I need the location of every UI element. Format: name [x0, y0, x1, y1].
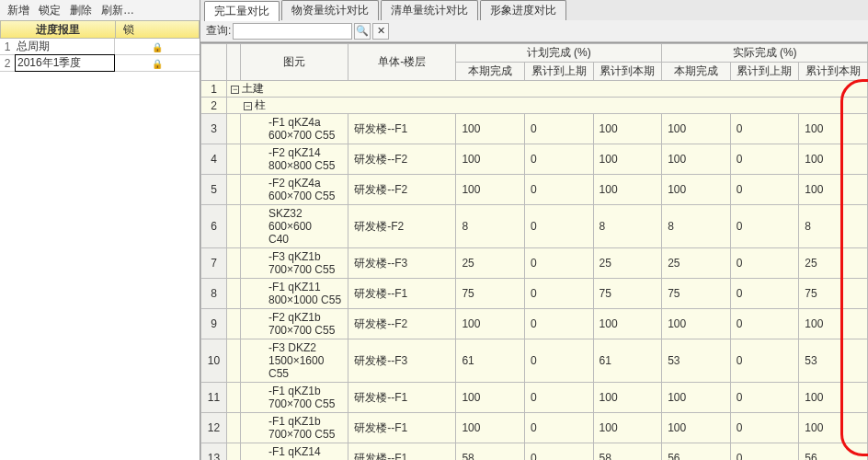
- element-cell: -F2 qKZ14800×800 C55: [240, 144, 348, 175]
- actual-current: 100: [662, 413, 731, 443]
- table-row[interactable]: 5-F2 qKZ4a600×700 C55研发楼--F2100010010001…: [201, 175, 868, 205]
- element-cell: -F1 qKZ1b700×700 C55: [240, 383, 348, 413]
- data-grid[interactable]: 图元 单体-楼层 计划完成 (%) 实际完成 (%) 本期完成 累计到上期 累计…: [200, 42, 868, 460]
- plan-current: 100: [456, 383, 525, 413]
- actual-current: 100: [662, 175, 731, 205]
- plan-total: 100: [593, 309, 662, 339]
- new-button[interactable]: 新增: [4, 3, 33, 18]
- row-index: 2: [0, 57, 15, 70]
- left-header-name: 进度报里: [1, 21, 116, 38]
- row-index: 1: [0, 40, 15, 53]
- row-num: 4: [201, 144, 227, 175]
- actual-current: 75: [662, 279, 731, 309]
- search-label: 查询:: [206, 23, 231, 39]
- plan-prev: 0: [524, 383, 593, 413]
- floor-cell: 研发楼--F1: [348, 443, 456, 461]
- row-name: 2016年1季度: [15, 54, 115, 72]
- blank-cell: [227, 413, 241, 443]
- table-row[interactable]: 9-F2 qKZ1b700×700 C55研发楼--F2100010010001…: [201, 309, 868, 339]
- element-cell: -F1 qKZ14800×800 C55: [240, 443, 348, 461]
- floor-cell: 研发楼--F1: [348, 413, 456, 443]
- refresh-button[interactable]: 刷新…: [97, 3, 138, 18]
- row-num: 1: [201, 81, 227, 98]
- row-num: 3: [201, 114, 227, 144]
- tab[interactable]: 物资量统计对比: [281, 0, 379, 20]
- tab[interactable]: 形象进度对比: [480, 0, 566, 20]
- delete-button[interactable]: 删除: [66, 3, 96, 18]
- group-row[interactable]: 2−柱: [201, 98, 868, 114]
- lock-icon: [115, 40, 200, 53]
- collapse-icon[interactable]: −: [244, 102, 252, 110]
- blank-cell: [227, 443, 241, 461]
- actual-total: 56: [799, 443, 868, 461]
- left-row[interactable]: 22016年1季度: [0, 55, 200, 72]
- element-cell: -F1 qKZ4a600×700 C55: [240, 114, 348, 144]
- row-num: 8: [201, 279, 227, 309]
- plan-total: 75: [593, 279, 662, 309]
- col-group-plan: 计划完成 (%): [456, 44, 662, 63]
- actual-total: 8: [799, 205, 868, 248]
- plan-prev: 0: [524, 309, 593, 339]
- group-cell: −柱: [227, 98, 868, 114]
- actual-total: 53: [799, 339, 868, 383]
- table-row[interactable]: 3-F1 qKZ4a600×700 C55研发楼--F1100010010001…: [201, 114, 868, 144]
- actual-total: 25: [799, 248, 868, 279]
- row-num: 2: [201, 98, 227, 114]
- plan-current: 61: [456, 339, 525, 383]
- search-row: 查询: 🔍 ✕: [200, 20, 868, 42]
- row-num: 9: [201, 309, 227, 339]
- table-row[interactable]: 7-F3 qKZ1b700×700 C55研发楼--F32502525025: [201, 248, 868, 279]
- floor-cell: 研发楼--F1: [348, 383, 456, 413]
- blank-cell: [227, 383, 241, 413]
- floor-cell: 研发楼--F2: [348, 144, 456, 175]
- tab[interactable]: 完工量对比: [204, 1, 280, 21]
- element-cell: -F2 qKZ1b700×700 C55: [240, 309, 348, 339]
- plan-prev: 0: [524, 205, 593, 248]
- table-row[interactable]: 4-F2 qKZ14800×800 C55研发楼--F2100010010001…: [201, 144, 868, 175]
- blank-cell: [227, 205, 241, 248]
- plan-current: 100: [456, 144, 525, 175]
- table-row[interactable]: 11-F1 qKZ1b700×700 C55研发楼--F110001001000…: [201, 383, 868, 413]
- floor-cell: 研发楼--F2: [348, 175, 456, 205]
- plan-prev: 0: [524, 339, 593, 383]
- plan-prev: 0: [524, 114, 593, 144]
- actual-total: 100: [799, 309, 868, 339]
- blank-cell: [227, 279, 241, 309]
- blank-cell: [227, 175, 241, 205]
- floor-cell: 研发楼--F3: [348, 339, 456, 383]
- floor-cell: 研发楼-F2: [348, 205, 456, 248]
- table-row[interactable]: 8-F1 qKZ11800×1000 C55研发楼--F17507575075: [201, 279, 868, 309]
- plan-current: 100: [456, 413, 525, 443]
- search-input[interactable]: [233, 23, 352, 40]
- actual-prev: 0: [730, 279, 799, 309]
- left-row[interactable]: 1总周期: [0, 39, 200, 55]
- actual-current: 100: [662, 309, 731, 339]
- table-row[interactable]: 13-F1 qKZ14800×800 C55研发楼--F15805856056: [201, 443, 868, 461]
- collapse-icon[interactable]: −: [231, 86, 239, 94]
- actual-prev: 0: [730, 114, 799, 144]
- actual-prev: 0: [730, 339, 799, 383]
- clear-icon[interactable]: ✕: [372, 23, 389, 40]
- actual-current: 56: [662, 443, 731, 461]
- tab[interactable]: 清单量统计对比: [381, 0, 478, 20]
- table-row[interactable]: 10-F3 DKZ21500×1600 C55研发楼--F36106153053: [201, 339, 868, 383]
- plan-total: 25: [593, 248, 662, 279]
- search-icon[interactable]: 🔍: [354, 23, 371, 40]
- element-cell: -F1 qKZ1b700×700 C55: [240, 413, 348, 443]
- actual-current: 100: [662, 114, 731, 144]
- actual-prev: 0: [730, 413, 799, 443]
- plan-total: 100: [593, 175, 662, 205]
- floor-cell: 研发楼--F3: [348, 248, 456, 279]
- table-row[interactable]: 12-F1 qKZ1b700×700 C55研发楼--F110001001000…: [201, 413, 868, 443]
- right-panel: 完工量对比物资量统计对比清单量统计对比形象进度对比 查询: 🔍 ✕ 图元 单体-…: [200, 0, 868, 460]
- lock-button[interactable]: 锁定: [35, 3, 64, 18]
- actual-current: 8: [662, 205, 731, 248]
- plan-prev: 0: [524, 248, 593, 279]
- row-num: 7: [201, 248, 227, 279]
- actual-current: 100: [662, 144, 731, 175]
- element-cell: -F3 qKZ1b700×700 C55: [240, 248, 348, 279]
- group-row[interactable]: 1−土建: [201, 81, 868, 98]
- plan-total: 100: [593, 114, 662, 144]
- plan-current: 100: [456, 114, 525, 144]
- table-row[interactable]: 6SKZ32 600×600C40研发楼-F2808808: [201, 205, 868, 248]
